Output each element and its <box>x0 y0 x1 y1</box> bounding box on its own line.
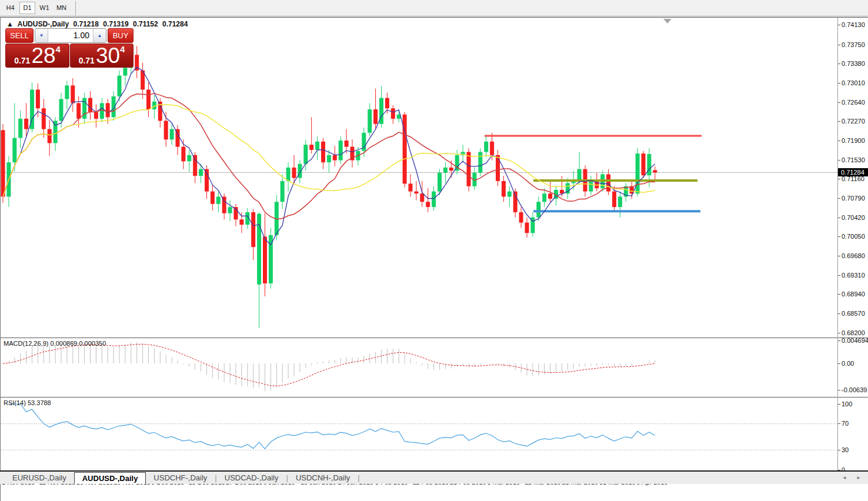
macd-label: MACD(12,26,9) 0.000869 0.000350 <box>4 340 106 347</box>
price-axis-label: 0.70050 <box>842 233 865 240</box>
price-axis-label: 0.68200 <box>842 329 865 336</box>
axis-tick <box>838 141 840 141</box>
axis-tick <box>838 294 840 295</box>
axis-tick <box>838 198 840 199</box>
rsi-chart-canvas[interactable] <box>1 398 837 476</box>
volume-value[interactable]: 1.00 <box>48 29 93 42</box>
sell-price-pip: 4 <box>56 41 61 58</box>
volume-decrease-button[interactable]: ▼ <box>35 29 48 42</box>
macd-axis-label: 0.004694 <box>842 337 868 344</box>
axis-tick <box>838 121 840 122</box>
axis-tick <box>838 64 840 64</box>
axis-tick <box>838 340 840 341</box>
axis-tick <box>838 423 840 424</box>
price-axis-label: 0.72270 <box>842 118 865 125</box>
volume-spinner: ▼ 1.00 ▲ <box>35 28 106 43</box>
price-axis-label: 0.70420 <box>842 214 865 221</box>
symbol-tab-audusd[interactable]: AUDUSD-,Daily <box>74 472 146 484</box>
axis-tick <box>838 450 840 450</box>
buy-price-pip: 4 <box>120 41 125 58</box>
price-axis-separator <box>837 18 838 476</box>
axis-tick <box>838 25 840 25</box>
price-axis-label: 0.71530 <box>842 156 865 163</box>
axis-tick <box>838 160 840 161</box>
axis-tick <box>838 313 840 314</box>
price-axis-label: 0.69680 <box>842 252 865 259</box>
current-price-badge: 0.71284 <box>838 168 868 176</box>
chart-title: ▲ AUDUSD-,Daily 0.71218 0.71319 0.71152 … <box>6 20 190 28</box>
macd-axis-label: -0.00639 <box>842 386 867 393</box>
pane-separator[interactable] <box>1 397 868 398</box>
timeframe-tabs: H4D1W1MN <box>2 2 71 14</box>
rsi-axis-label: 30 <box>842 446 849 453</box>
symbol-tab-usdchf[interactable]: USDCHF-,Daily <box>146 472 215 484</box>
tab-scroll-right-button[interactable]: ► <box>856 475 861 480</box>
axis-tick <box>838 236 840 237</box>
axis-tick <box>838 256 840 256</box>
ohlc-open: 0.71218 <box>73 20 98 28</box>
symbol-tab-eurusd[interactable]: EURUSD-,Daily <box>5 472 74 484</box>
symbol-tab-usdcnh[interactable]: USDCNH-,Daily <box>288 472 358 484</box>
tab-scroll-left-button[interactable]: ◄ <box>842 475 847 480</box>
axis-tick <box>838 333 840 333</box>
buy-price-prefix: 0.71 <box>79 56 95 65</box>
axis-tick <box>838 218 840 218</box>
sell-price-display[interactable]: 0.71 28 4 <box>5 44 69 68</box>
axis-tick <box>838 45 840 45</box>
price-axis-label: 0.72640 <box>842 99 865 106</box>
symbol-tab-bar: EURUSD-,DailyAUDUSD-,DailyUSDCHF-,Daily|… <box>0 472 868 484</box>
one-click-trade-panel: SELL ▼ 1.00 ▲ BUY 0.71 28 4 0.71 30 4 <box>5 28 133 68</box>
pane-separator[interactable] <box>1 338 868 338</box>
macd-chart-canvas[interactable] <box>1 338 837 397</box>
axis-tick <box>838 275 840 276</box>
rsi-axis-label: 100 <box>842 400 852 408</box>
toolbar-divider <box>75 1 76 15</box>
sell-price-big: 28 <box>31 46 55 65</box>
rsi-label: RSI(14) 53.3788 <box>4 399 51 406</box>
ohlc-close: 0.71284 <box>162 20 188 28</box>
timeframe-tab-h4[interactable]: H4 <box>2 2 18 14</box>
timeframe-tab-w1[interactable]: W1 <box>36 2 52 14</box>
sell-button[interactable]: SELL <box>5 28 34 43</box>
price-axis-label: 0.68570 <box>842 310 865 317</box>
axis-tick <box>838 83 840 84</box>
volume-increase-button[interactable]: ▲ <box>93 29 106 42</box>
timeframe-tab-mn[interactable]: MN <box>54 2 69 14</box>
axis-tick <box>838 363 840 364</box>
scroll-to-end-marker-icon[interactable] <box>663 19 672 24</box>
axis-tick <box>838 179 840 179</box>
collapse-arrow-icon[interactable]: ▲ <box>6 20 14 28</box>
tab-separator: | <box>358 473 359 482</box>
timeframe-toolbar: H4D1W1MN <box>0 0 868 16</box>
ohlc-high: 0.71319 <box>103 20 128 28</box>
chart-symbol-label: AUDUSD-,Daily <box>18 20 69 28</box>
buy-price-display[interactable]: 0.71 30 4 <box>70 44 133 68</box>
terminal-root: H4D1W1MN ▲ AUDUSD-,Daily 0.71218 0.71319… <box>0 0 868 501</box>
sell-price-prefix: 0.71 <box>14 56 30 65</box>
price-axis-label: 0.73380 <box>842 60 865 67</box>
axis-tick <box>838 404 840 405</box>
price-axis-label: 0.70790 <box>842 195 865 202</box>
price-axis-label: 0.68940 <box>842 290 865 298</box>
macd-axis-label: 0.00 <box>842 360 854 367</box>
price-axis-label: 0.73010 <box>842 79 865 86</box>
axis-tick <box>838 102 840 103</box>
timeframe-tab-d1[interactable]: D1 <box>19 2 35 14</box>
price-axis-label: 0.73750 <box>842 41 865 48</box>
ohlc-low: 0.71152 <box>133 20 158 28</box>
symbol-tab-usdcad[interactable]: USDCAD-,Daily <box>217 472 286 484</box>
rsi-axis-label: 70 <box>842 420 849 427</box>
buy-price-big: 30 <box>96 46 120 65</box>
price-axis-label: 0.74130 <box>842 21 865 28</box>
axis-tick <box>838 390 840 390</box>
price-axis-label: 0.71900 <box>842 137 865 144</box>
chart-window: ▲ AUDUSD-,Daily 0.71218 0.71319 0.71152 … <box>0 17 868 501</box>
price-axis-label: 0.69310 <box>842 272 865 279</box>
